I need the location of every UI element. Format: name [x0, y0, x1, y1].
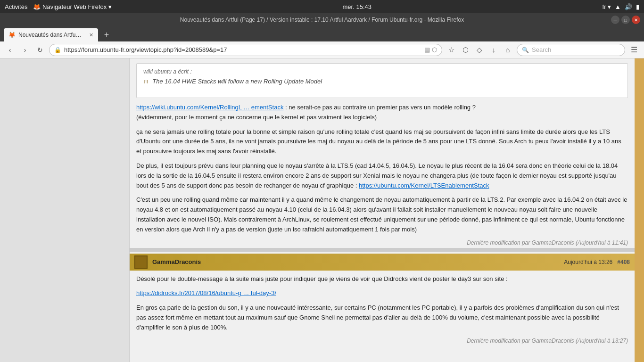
right-sidebar-scrollbar[interactable]	[635, 58, 644, 362]
reload-button[interactable]: ↻	[34, 44, 46, 56]
url-text: https://forum.ubuntu-fr.org/viewtopic.ph…	[64, 46, 421, 53]
new-tab-button[interactable]: +	[100, 28, 113, 41]
tab-bar: 🦊 Nouveautés dans Artfu… ✕ +	[0, 26, 644, 41]
post-408-meta: Aujourd'hui à 13:26 #408	[564, 259, 630, 265]
download-button[interactable]: ↓	[487, 44, 500, 56]
tab-label: Nouveautés dans Artfu…	[18, 32, 81, 38]
main-content: wiki ubuntu a écrit : " The 16.04 HWE St…	[130, 58, 635, 362]
reader-mode-icon[interactable]: ▤	[424, 46, 430, 53]
didrocks-link[interactable]: https://didrocks.fr/2017/08/16/ubuntu-g …	[136, 289, 276, 296]
url-bar[interactable]: 🔒 https://forum.ubuntu-fr.org/viewtopic.…	[49, 44, 442, 56]
home-button[interactable]: ⌂	[502, 44, 514, 56]
os-taskbar: Activités 🦊 Navigateur Web Firefox ▾ mer…	[0, 0, 644, 13]
browser-taskbar-label[interactable]: 🦊 Navigateur Web Firefox ▾	[33, 3, 112, 10]
screenshot-toolbar-button[interactable]: ⬡	[459, 44, 471, 56]
back-button[interactable]: ‹	[4, 44, 16, 56]
post-407-paragraph1: ça ne sera jamais une rolling totale pou…	[136, 127, 628, 156]
post-407-paragraph3: C'est un peu une rolling quand même car …	[136, 195, 628, 234]
hamburger-menu-button[interactable]: ☰	[628, 44, 640, 56]
pocket-button[interactable]: ◇	[473, 44, 486, 56]
post-408-paragraph2: En gros ça parle de la gestion du son, i…	[136, 303, 628, 332]
quote-text: The 16.04 HWE Stacks will follow a new R…	[152, 78, 322, 85]
battery-icon: ▮	[636, 3, 639, 10]
browser-title: Nouveautés dans Artful (Page 17) / Versi…	[180, 16, 464, 23]
wifi-icon: ▲	[615, 3, 621, 10]
post-407-paragraph2: De plus, il est toujours prévu dans leur…	[136, 161, 628, 190]
quote-decorative-icon: "	[143, 78, 149, 93]
volume-icon: 🔊	[625, 3, 632, 10]
quote-header: wiki ubuntu a écrit :	[143, 68, 621, 75]
post-408-avatar	[134, 255, 148, 269]
activities-label[interactable]: Activités	[5, 3, 27, 10]
post-408-time: Aujourd'hui à 13:26	[564, 259, 612, 265]
post-separator	[130, 248, 635, 252]
address-bar: ‹ › ↻ 🔒 https://forum.ubuntu-fr.org/view…	[0, 41, 644, 58]
os-lang[interactable]: fr ▾	[603, 3, 611, 10]
maximize-button[interactable]: □	[621, 16, 630, 24]
post-407-footer: Dernière modification par GammaDraconis …	[136, 239, 628, 246]
tab-browser-icon: 🦊	[8, 32, 16, 38]
quoted-block: wiki ubuntu a écrit : " The 16.04 HWE St…	[136, 63, 628, 98]
post-407-link-note: : ne serait-ce pas au contraire un premi…	[285, 104, 476, 111]
url-action-icons: ▤ ⬡	[424, 46, 437, 53]
toolbar-icons: ☆ ⬡ ◇ ↓ ⌂	[445, 44, 514, 56]
bookmark-star-button[interactable]: ☆	[445, 44, 457, 56]
post-408-username[interactable]: GammaDraconis	[152, 258, 201, 265]
forward-button[interactable]: ›	[19, 44, 31, 56]
window-controls[interactable]: ─ □ ✕	[611, 16, 640, 24]
search-icon: 🔍	[522, 47, 529, 53]
minimize-button[interactable]: ─	[611, 16, 619, 24]
search-bar[interactable]: 🔍 Search	[517, 44, 625, 56]
os-datetime: mer. 15:43	[343, 3, 372, 10]
post-408-footer: Dernière modification par GammaDraconis …	[136, 337, 628, 344]
left-sidebar	[0, 58, 130, 362]
close-button[interactable]: ✕	[632, 16, 640, 24]
search-placeholder: Search	[532, 46, 551, 53]
active-tab[interactable]: 🦊 Nouveautés dans Artfu… ✕	[4, 28, 98, 41]
post-407-link-note2: (évidemment, pour le moment ça ne concer…	[136, 114, 377, 121]
browser-titlebar: Nouveautés dans Artful (Page 17) / Versi…	[0, 13, 644, 26]
screenshot-icon[interactable]: ⬡	[432, 46, 437, 53]
post-408-paragraph1: Désolé pour le double-message à la suite…	[136, 274, 628, 284]
post-408-link-line: https://didrocks.fr/2017/08/16/ubuntu-g …	[136, 288, 628, 298]
post-407-link-line: https://wiki.ubuntu.com/Kernel/RollingL …	[136, 103, 628, 123]
post-408-number: #408	[617, 259, 630, 265]
rolling-stack-link[interactable]: https://wiki.ubuntu.com/Kernel/RollingL …	[136, 104, 283, 111]
post-408-header: GammaDraconis Aujourd'hui à 13:26 #408	[130, 254, 635, 271]
lts-enablement-link[interactable]: https://ubuntu.com/Kernel/LTSEnablementS…	[359, 182, 489, 189]
lock-icon: 🔒	[54, 47, 61, 53]
page-content: wiki ubuntu a écrit : " The 16.04 HWE St…	[0, 58, 644, 362]
tab-close-button[interactable]: ✕	[89, 32, 93, 38]
